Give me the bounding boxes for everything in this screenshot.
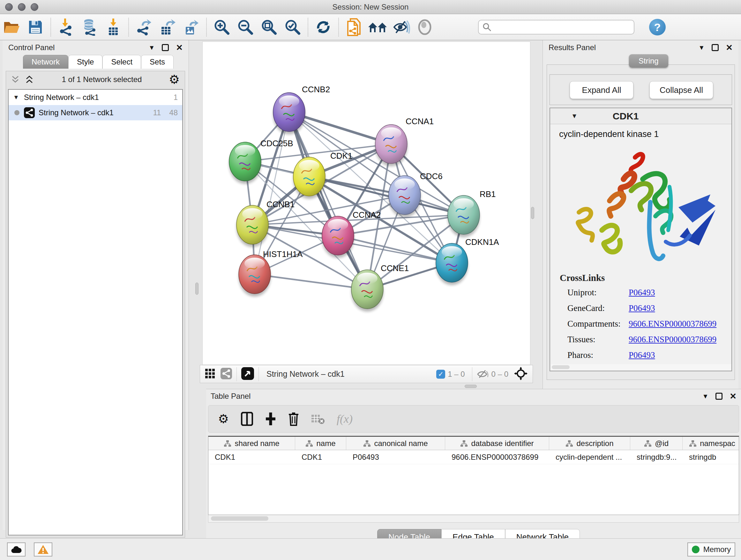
add-column-button[interactable] bbox=[265, 412, 276, 426]
close-panel-icon[interactable]: ✕ bbox=[730, 391, 737, 401]
tab-network[interactable]: Network bbox=[23, 55, 68, 69]
column-header--id[interactable]: @id bbox=[630, 437, 683, 450]
fit-content-button[interactable] bbox=[514, 367, 528, 381]
left-splitter-handle[interactable] bbox=[195, 283, 199, 295]
network-edge[interactable] bbox=[338, 236, 452, 263]
function-builder-button[interactable]: f(x) bbox=[337, 412, 353, 426]
panel-menu-icon[interactable]: ▼ bbox=[698, 44, 704, 51]
crosslink-link[interactable]: P06493 bbox=[629, 288, 655, 298]
crosslink-link[interactable]: 9606.ENSP00000378699 bbox=[629, 334, 717, 345]
panel-menu-icon[interactable]: ▼ bbox=[702, 393, 709, 400]
refresh-button[interactable] bbox=[312, 17, 335, 37]
network-options-gear-icon[interactable]: ⚙ bbox=[169, 72, 180, 86]
hide-panel-button[interactable] bbox=[389, 17, 413, 37]
show-columns-button[interactable] bbox=[241, 412, 253, 426]
network-node-cdkn1a[interactable]: CDKN1A bbox=[436, 237, 499, 285]
right-splitter-handle[interactable] bbox=[531, 207, 534, 219]
export-network-icon bbox=[135, 18, 152, 36]
column-header-description[interactable]: description bbox=[549, 437, 630, 450]
network-node-rb1[interactable]: RB1 bbox=[448, 189, 496, 237]
help-button[interactable]: ? bbox=[649, 19, 666, 36]
tab-string[interactable]: String bbox=[629, 54, 668, 68]
collapse-all-button[interactable]: Collapse All bbox=[650, 81, 713, 99]
tree-expander-icon[interactable]: ▼ bbox=[13, 94, 24, 101]
external-arrow-icon bbox=[241, 367, 254, 380]
delete-table-button[interactable] bbox=[311, 414, 325, 424]
column-header-canonical-name[interactable]: canonical name bbox=[346, 437, 445, 450]
column-header-shared-name[interactable]: shared name bbox=[208, 437, 295, 450]
collapse-entry-icon[interactable]: ▼ bbox=[571, 112, 578, 120]
network-node-ccne1[interactable]: CCNE1 bbox=[351, 263, 409, 312]
crosslink-link[interactable]: 9606.ENSP00000378699 bbox=[629, 319, 717, 329]
expand-all-icon[interactable] bbox=[25, 75, 35, 84]
network-node-ccnb2[interactable]: CCNB2 bbox=[273, 84, 330, 134]
close-panel-icon[interactable]: ✕ bbox=[726, 43, 733, 53]
zoom-window-button[interactable] bbox=[30, 3, 38, 11]
node-result-header[interactable]: ▼ CDK1 bbox=[550, 108, 731, 124]
tab-select[interactable]: Select bbox=[103, 55, 141, 69]
column-header-name[interactable]: name bbox=[295, 437, 346, 450]
node-label: CCNB2 bbox=[302, 84, 330, 94]
network-svg: CCNB2 CCNA1 CDC25B CDK1 CDC6 RB1 CCNB1 C… bbox=[203, 42, 530, 365]
column-header-namespac[interactable]: namespac bbox=[683, 437, 739, 450]
tab-sets[interactable]: Sets bbox=[141, 55, 174, 69]
panel-menu-icon[interactable]: ▼ bbox=[148, 44, 155, 51]
grid-view-button[interactable] bbox=[205, 369, 215, 380]
automation-status-button[interactable] bbox=[7, 543, 25, 557]
birdseye-view-button[interactable] bbox=[241, 367, 254, 381]
network-edge[interactable] bbox=[255, 274, 367, 289]
search-input[interactable] bbox=[491, 23, 625, 32]
network-style-button[interactable] bbox=[220, 368, 232, 381]
table-row[interactable]: CDK1CDK1P064939606.ENSP00000378699cyclin… bbox=[208, 450, 739, 464]
memory-button[interactable]: Memory bbox=[687, 543, 735, 557]
network-tree-item[interactable]: String Network – cdk1 11 48 bbox=[9, 105, 182, 120]
close-panel-icon[interactable]: ✕ bbox=[176, 43, 183, 53]
export-network-button[interactable] bbox=[132, 17, 156, 37]
table-hscrollbar[interactable] bbox=[208, 515, 739, 523]
float-panel-icon[interactable] bbox=[712, 44, 719, 51]
float-panel-icon[interactable] bbox=[162, 44, 169, 51]
column-header-database-identifier[interactable]: database identifier bbox=[445, 437, 549, 450]
zoom-selected-button[interactable] bbox=[281, 17, 305, 37]
table-options-gear-icon[interactable]: ⚙ bbox=[218, 412, 229, 426]
results-scrollbar[interactable] bbox=[551, 364, 731, 370]
crosshair-icon bbox=[514, 367, 528, 380]
home-button[interactable] bbox=[366, 17, 389, 37]
warnings-button[interactable] bbox=[34, 543, 52, 557]
network-node-cdk1[interactable]: CDK1 bbox=[293, 151, 352, 199]
help-icon: ? bbox=[654, 21, 661, 34]
horizontal-splitter-handle[interactable] bbox=[465, 385, 477, 388]
minimize-window-button[interactable] bbox=[18, 3, 25, 11]
network-edge[interactable] bbox=[289, 112, 367, 289]
network-from-selection-button[interactable] bbox=[342, 17, 366, 37]
zoom-out-button[interactable] bbox=[233, 17, 257, 37]
zoom-in-button[interactable] bbox=[210, 17, 233, 37]
delete-column-button[interactable] bbox=[288, 412, 299, 426]
network-node-hist1h1a[interactable]: HIST1H1A bbox=[239, 249, 303, 297]
save-session-button[interactable] bbox=[23, 17, 47, 37]
open-session-button[interactable] bbox=[0, 17, 23, 37]
import-network-file-button[interactable] bbox=[54, 17, 78, 37]
network-node-ccna1[interactable]: CCNA1 bbox=[375, 117, 434, 166]
show-panel-button[interactable] bbox=[413, 17, 436, 37]
export-image-icon bbox=[183, 18, 200, 36]
close-window-button[interactable] bbox=[5, 3, 13, 11]
toolbar-separator bbox=[308, 18, 308, 37]
zoom-fit-button[interactable] bbox=[257, 17, 281, 37]
network-canvas[interactable]: CCNB2 CCNA1 CDC25B CDK1 CDC6 RB1 CCNB1 C… bbox=[202, 42, 530, 365]
import-network-database-button[interactable] bbox=[78, 17, 102, 37]
expand-all-button[interactable]: Expand All bbox=[569, 81, 633, 99]
network-node-cdc25b[interactable]: CDC25B bbox=[229, 138, 293, 184]
collapse-all-icon[interactable] bbox=[11, 75, 21, 84]
network-selected-status: 1 of 1 Network selected bbox=[35, 75, 169, 84]
selected-checkbox[interactable]: ✓ bbox=[436, 370, 445, 379]
float-panel-icon[interactable] bbox=[716, 393, 723, 400]
export-table-button[interactable] bbox=[156, 17, 179, 37]
import-table-file-button[interactable] bbox=[102, 17, 125, 37]
crosslink-link[interactable]: P06493 bbox=[629, 350, 655, 360]
network-node-cdc6[interactable]: CDC6 bbox=[389, 172, 443, 217]
crosslink-link[interactable]: P06493 bbox=[629, 303, 655, 313]
export-image-button[interactable] bbox=[179, 17, 203, 37]
tab-style[interactable]: Style bbox=[68, 55, 103, 69]
network-tree-root[interactable]: ▼ String Network – cdk11 bbox=[9, 90, 182, 105]
